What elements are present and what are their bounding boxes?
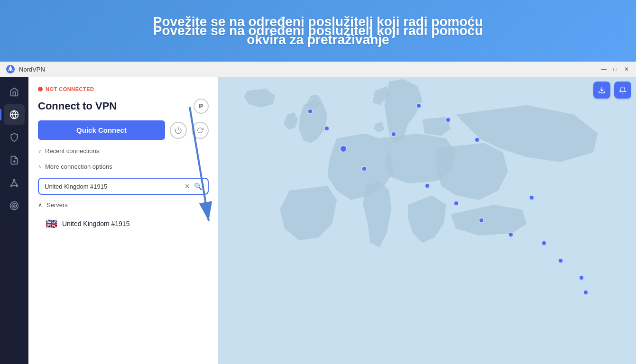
app-title: NordVPN	[19, 66, 600, 73]
servers-chevron: ∧	[38, 201, 43, 209]
quick-connect-row: Quick Connect	[38, 120, 209, 140]
search-input[interactable]	[45, 183, 181, 190]
power-button[interactable]	[170, 122, 187, 139]
more-options-row[interactable]: ∧ More connection options	[38, 162, 209, 171]
sidebar-item-shield[interactable]	[4, 127, 25, 148]
map-dot[interactable]	[529, 195, 535, 200]
recent-chevron: ∨	[38, 148, 41, 154]
quick-connect-button[interactable]: Quick Connect	[38, 120, 165, 140]
server-flag: 🇬🇧	[46, 218, 57, 229]
notification-button[interactable]	[614, 82, 631, 99]
minimize-button[interactable]: —	[600, 65, 608, 73]
map-dot[interactable]	[424, 183, 430, 189]
app-logo	[6, 64, 15, 74]
svg-line-10	[14, 181, 17, 185]
map-dot[interactable]	[391, 131, 396, 137]
search-clear-button[interactable]: ✕	[184, 182, 190, 190]
window-controls: — □ ✕	[600, 65, 630, 73]
sidebar-item-export[interactable]	[4, 150, 25, 171]
more-options-label: More connection options	[45, 163, 112, 170]
annotation-banner: Povežite se na određeni poslužitelj koji…	[0, 0, 636, 62]
map-dot[interactable]	[416, 103, 422, 109]
status-indicator	[38, 87, 43, 91]
servers-label: Servers	[46, 201, 68, 209]
sidebar	[0, 77, 28, 364]
search-icon[interactable]: 🔍	[194, 182, 202, 190]
svg-line-9	[11, 181, 14, 185]
close-button[interactable]: ✕	[623, 65, 630, 73]
svg-point-7	[11, 185, 12, 186]
status-text: NOT CONNECTED	[46, 86, 94, 92]
recent-connections-label: Recent connections	[45, 147, 99, 155]
svg-point-6	[13, 180, 15, 181]
sidebar-item-mesh[interactable]	[4, 173, 25, 193]
download-button[interactable]	[593, 82, 610, 99]
server-name: United Kingdom #1915	[62, 220, 129, 228]
map-area	[218, 77, 636, 364]
sidebar-item-home[interactable]	[4, 82, 25, 102]
ip-button[interactable]: IP	[194, 99, 209, 114]
map-dot[interactable]	[541, 240, 547, 246]
search-box: ✕ 🔍	[38, 178, 209, 195]
more-options-chevron: ∧	[38, 164, 41, 169]
panel: NOT CONNECTED Connect to VPN IP Quick Co…	[28, 77, 218, 364]
sidebar-item-globe[interactable]	[4, 104, 25, 125]
map-dot[interactable]	[340, 145, 347, 153]
map-dot[interactable]	[361, 166, 367, 172]
map-dot[interactable]	[508, 232, 514, 237]
title-bar: NordVPN — □ ✕	[0, 62, 636, 77]
servers-section-row[interactable]: ∧ Servers	[38, 201, 209, 209]
refresh-button[interactable]	[192, 122, 209, 139]
map-dot[interactable]	[324, 126, 330, 131]
server-item[interactable]: 🇬🇧 United Kingdom #1915	[38, 215, 209, 232]
map-dot[interactable]	[474, 137, 480, 143]
sidebar-item-target[interactable]	[4, 195, 25, 216]
map-dot[interactable]	[583, 290, 589, 295]
maximize-button[interactable]: □	[611, 65, 619, 73]
map-dot[interactable]	[307, 109, 313, 114]
map-dot[interactable]	[579, 275, 584, 281]
map-dot[interactable]	[453, 200, 459, 206]
app-area: NOT CONNECTED Connect to VPN IP Quick Co…	[0, 77, 636, 364]
recent-connections-row[interactable]: ∨ Recent connections	[38, 146, 209, 155]
status-row: NOT CONNECTED	[38, 86, 209, 92]
panel-title: Connect to VPN	[38, 100, 117, 112]
map-dot[interactable]	[445, 117, 451, 123]
map-dot[interactable]	[558, 258, 563, 264]
svg-point-8	[16, 185, 18, 186]
annotation-text: Povežite se na određeni poslužitelj koji…	[153, 22, 483, 39]
map-toolbar	[593, 82, 631, 99]
connect-title-row: Connect to VPN IP	[38, 99, 209, 114]
map-dot[interactable]	[479, 218, 484, 223]
svg-point-14	[13, 205, 15, 206]
svg-point-12	[10, 202, 18, 210]
svg-point-13	[12, 203, 17, 208]
